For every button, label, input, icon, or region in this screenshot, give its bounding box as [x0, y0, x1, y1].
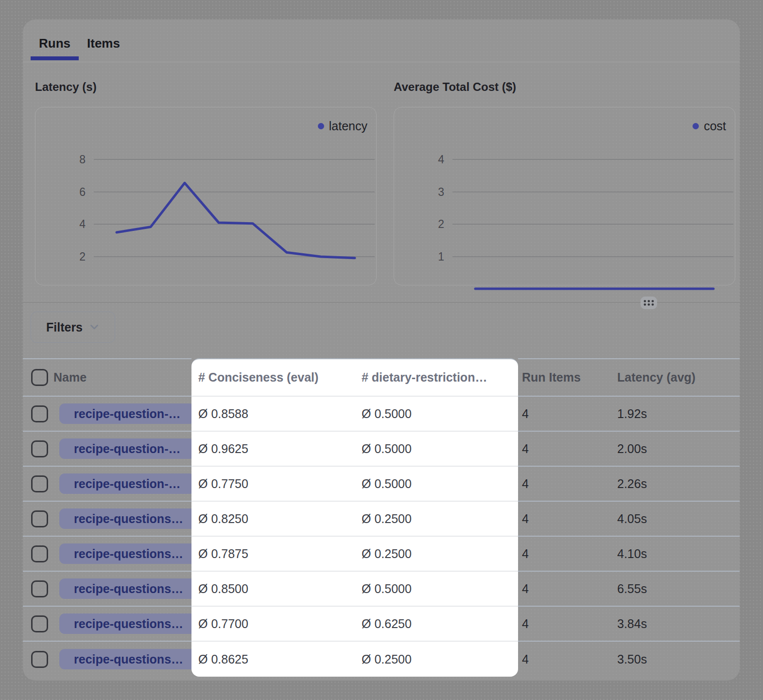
- section-divider: [23, 302, 740, 303]
- run-name-badge[interactable]: recipe-questions…: [59, 508, 198, 529]
- run-name-cell: recipe-question-…: [53, 397, 191, 432]
- row-select-cell: [23, 642, 53, 677]
- row-checkbox[interactable]: [31, 545, 48, 562]
- svg-text:4: 4: [79, 218, 86, 230]
- run-name-badge[interactable]: recipe-questions…: [59, 543, 198, 564]
- resize-drag-handle[interactable]: [641, 297, 657, 309]
- select-all-checkbox[interactable]: [31, 369, 48, 386]
- cost-line-chart: 1234: [394, 107, 736, 286]
- svg-text:8: 8: [79, 153, 86, 166]
- active-tab-underline: [31, 56, 79, 60]
- table-row: recipe-questions… Ø 0.8625 Ø 0.2500 4 3.…: [23, 642, 740, 677]
- cost-chart-title: Average Total Cost ($): [394, 80, 735, 94]
- run-name-cell: recipe-questions…: [53, 572, 191, 607]
- run-items-cell: 4: [518, 397, 613, 432]
- svg-text:1: 1: [438, 250, 444, 263]
- dietary-restriction-score-cell: Ø 0.5000: [355, 397, 518, 432]
- latency-avg-cell: 6.55s: [613, 572, 740, 607]
- latency-avg-cell: 4.05s: [613, 502, 740, 537]
- select-all-cell: [23, 358, 53, 397]
- row-checkbox[interactable]: [31, 440, 48, 457]
- run-items-cell: 4: [518, 432, 613, 467]
- table-body: recipe-question-… Ø 0.8588 Ø 0.5000 4 1.…: [23, 397, 740, 677]
- table-row: recipe-questions… Ø 0.7700 Ø 0.6250 4 3.…: [23, 607, 740, 642]
- latency-legend: latency: [318, 119, 367, 133]
- conciseness-score-cell: Ø 0.9625: [191, 432, 355, 467]
- row-select-cell: [23, 467, 53, 502]
- column-header-latency-avg: Latency (avg): [613, 358, 740, 397]
- svg-text:4: 4: [438, 153, 444, 166]
- latency-avg-cell: 2.00s: [613, 432, 740, 467]
- tab-items-label: Items: [87, 36, 120, 51]
- row-checkbox[interactable]: [31, 580, 48, 597]
- runs-table: Name # Conciseness (eval) # dietary-rest…: [23, 358, 740, 677]
- row-checkbox[interactable]: [31, 405, 48, 422]
- svg-text:2: 2: [79, 250, 86, 263]
- run-name-cell: recipe-questions…: [53, 642, 191, 677]
- row-select-cell: [23, 537, 53, 572]
- conciseness-score-cell: Ø 0.7875: [191, 537, 355, 572]
- page-background: { "tabs": [ { "label": "Runs", "active":…: [0, 0, 763, 700]
- row-select-cell: [23, 397, 53, 432]
- column-header-run-items: Run Items: [518, 358, 613, 397]
- table-row: recipe-question-… Ø 0.9625 Ø 0.5000 4 2.…: [23, 432, 740, 467]
- filters-button[interactable]: Filters: [31, 312, 115, 343]
- table-header-row: Name # Conciseness (eval) # dietary-rest…: [23, 358, 740, 397]
- tab-bar: Runs Items: [23, 19, 740, 62]
- latency-legend-dot-icon: [318, 123, 324, 129]
- run-name-badge[interactable]: recipe-questions…: [59, 613, 198, 634]
- table-row: recipe-question-… Ø 0.7750 Ø 0.5000 4 2.…: [23, 467, 740, 502]
- tab-runs[interactable]: Runs: [31, 34, 79, 62]
- charts-row: Latency (s) 2468 latency Average Total C…: [23, 62, 740, 285]
- column-header-dietary-restriction: # dietary-restriction…: [355, 358, 518, 397]
- row-checkbox[interactable]: [31, 651, 48, 668]
- row-select-cell: [23, 502, 53, 537]
- run-name-cell: recipe-questions…: [53, 537, 191, 572]
- filters-row: Filters: [31, 312, 740, 343]
- column-header-name: Name: [53, 358, 191, 397]
- run-name-badge[interactable]: recipe-questions…: [59, 649, 198, 669]
- grip-dots-icon: [643, 299, 654, 306]
- run-items-cell: 4: [518, 537, 613, 572]
- conciseness-score-cell: Ø 0.8588: [191, 397, 355, 432]
- chevron-down-icon: [89, 322, 100, 332]
- dietary-restriction-score-cell: Ø 0.5000: [355, 432, 518, 467]
- row-select-cell: [23, 572, 53, 607]
- latency-chart-block: Latency (s) 2468 latency: [35, 80, 377, 285]
- dietary-restriction-score-cell: Ø 0.2500: [355, 502, 518, 537]
- cost-legend-dot-icon: [693, 123, 699, 129]
- run-name-cell: recipe-question-…: [53, 432, 191, 467]
- run-name-badge[interactable]: recipe-questions…: [59, 578, 198, 599]
- run-name-badge[interactable]: recipe-question-…: [59, 473, 195, 494]
- table-row: recipe-questions… Ø 0.8250 Ø 0.2500 4 4.…: [23, 502, 740, 537]
- conciseness-score-cell: Ø 0.8250: [191, 502, 355, 537]
- row-checkbox[interactable]: [31, 615, 48, 632]
- row-checkbox[interactable]: [31, 475, 48, 492]
- row-select-cell: [23, 432, 53, 467]
- svg-text:3: 3: [438, 186, 444, 198]
- cost-chart: 1234 cost: [394, 107, 735, 285]
- tab-items[interactable]: Items: [79, 34, 128, 62]
- row-checkbox[interactable]: [31, 510, 48, 527]
- row-select-cell: [23, 607, 53, 642]
- run-name-cell: recipe-questions…: [53, 502, 191, 537]
- run-items-cell: 4: [518, 467, 613, 502]
- dietary-restriction-score-cell: Ø 0.5000: [355, 572, 518, 607]
- run-items-cell: 4: [518, 502, 613, 537]
- table-header: Name # Conciseness (eval) # dietary-rest…: [23, 358, 740, 397]
- latency-avg-cell: 2.26s: [613, 467, 740, 502]
- run-name-badge[interactable]: recipe-question-…: [59, 403, 195, 424]
- table-row: recipe-questions… Ø 0.7875 Ø 0.2500 4 4.…: [23, 537, 740, 572]
- conciseness-score-cell: Ø 0.8625: [191, 642, 355, 677]
- run-items-cell: 4: [518, 607, 613, 642]
- latency-avg-cell: 3.50s: [613, 642, 740, 677]
- conciseness-score-cell: Ø 0.7700: [191, 607, 355, 642]
- latency-legend-label: latency: [329, 119, 367, 133]
- dietary-restriction-score-cell: Ø 0.2500: [355, 642, 518, 677]
- run-name-badge[interactable]: recipe-question-…: [59, 438, 195, 459]
- latency-line-chart: 2468: [35, 107, 377, 286]
- latency-chart-title: Latency (s): [35, 80, 377, 94]
- run-name-cell: recipe-question-…: [53, 467, 191, 502]
- latency-avg-cell: 3.84s: [613, 607, 740, 642]
- column-header-conciseness: # Conciseness (eval): [191, 358, 355, 397]
